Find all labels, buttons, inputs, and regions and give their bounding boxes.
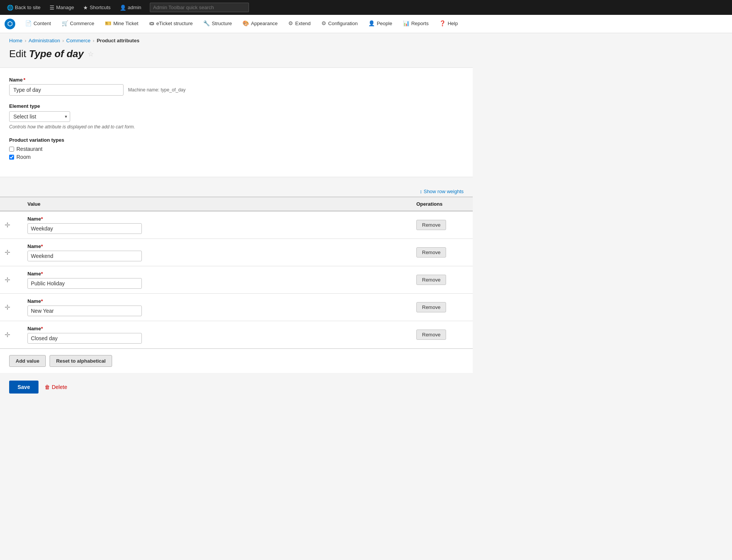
nav-item-commerce[interactable]: 🛒 Commerce xyxy=(56,15,100,33)
remove-button-3[interactable]: Remove xyxy=(416,302,446,312)
remove-button-0[interactable]: Remove xyxy=(416,220,446,230)
restaurant-checkbox[interactable] xyxy=(9,147,14,152)
content-container: Home › Administration › Commerce › Produ… xyxy=(0,33,473,401)
breadcrumb-sep-3: › xyxy=(93,38,94,43)
breadcrumb-administration[interactable]: Administration xyxy=(29,38,60,43)
save-button[interactable]: Save xyxy=(9,381,39,394)
nav-item-reports[interactable]: 📊 Reports xyxy=(398,15,434,33)
nav-item-extend[interactable]: ⚙ Extend xyxy=(283,15,316,33)
name-field-group: Name* Machine name: type_of_day xyxy=(9,77,464,96)
name-cell-1: Name* xyxy=(23,239,412,266)
element-hint-text: Controls how the attribute is displayed … xyxy=(9,124,464,130)
row-required-2: * xyxy=(41,271,43,277)
ops-cell-4: Remove xyxy=(412,321,473,349)
site-logo[interactable]: ⬡ xyxy=(3,17,17,31)
breadcrumb-home[interactable]: Home xyxy=(9,38,22,43)
table-row: ✛ Name* Remove xyxy=(0,321,473,349)
show-row-weights-area: ↕ Show row weights xyxy=(0,186,473,197)
delete-link[interactable]: 🗑 Delete xyxy=(45,384,67,390)
element-type-field-group: Element type Select list ▾ Controls how … xyxy=(9,103,464,130)
admin-search-input[interactable] xyxy=(150,3,249,12)
back-to-site-button[interactable]: 🌐 Back to site xyxy=(3,2,44,13)
element-type-select[interactable]: Select list xyxy=(9,111,70,122)
nav-item-people[interactable]: 👤 People xyxy=(363,15,397,33)
values-table: Value Operations ✛ Name* Remove ✛ xyxy=(0,197,473,349)
show-row-weights-link[interactable]: ↕ Show row weights xyxy=(0,189,464,194)
table-row: ✛ Name* Remove xyxy=(0,239,473,266)
drag-handle-icon[interactable]: ✛ xyxy=(5,221,10,229)
breadcrumb-current: Product attributes xyxy=(97,38,140,43)
values-table-section: ↕ Show row weights Value Operations ✛ xyxy=(0,186,473,373)
commerce-nav-icon: 🛒 xyxy=(62,20,68,26)
restaurant-checkbox-label[interactable]: Restaurant xyxy=(16,146,42,152)
row-name-input-4[interactable] xyxy=(27,333,142,344)
remove-button-4[interactable]: Remove xyxy=(416,330,446,340)
element-type-select-wrapper: Select list ▾ xyxy=(9,111,70,122)
nav-items: 📄 Content 🛒 Commerce 🎫 Mine Ticket 🎟 eTi… xyxy=(20,15,463,33)
nav-item-mine-ticket[interactable]: 🎫 Mine Ticket xyxy=(100,15,144,33)
page-title-area: Edit Type of day ☆ xyxy=(0,43,473,67)
admin-user-button[interactable]: 👤 admin xyxy=(116,2,145,13)
table-row: ✛ Name* Remove xyxy=(0,266,473,294)
mine-ticket-nav-icon: 🎫 xyxy=(105,20,111,26)
drag-handle-icon[interactable]: ✛ xyxy=(5,331,10,339)
drag-cell-1: ✛ xyxy=(0,239,23,266)
table-row: ✛ Name* Remove xyxy=(0,294,473,321)
reset-alphabetical-button[interactable]: Reset to alphabetical xyxy=(50,355,112,367)
nav-item-configuration[interactable]: ⚙ Configuration xyxy=(316,15,363,33)
remove-button-2[interactable]: Remove xyxy=(416,275,446,285)
nav-item-structure[interactable]: 🔧 Structure xyxy=(198,15,237,33)
restaurant-checkbox-row: Restaurant xyxy=(9,146,464,152)
name-input[interactable] xyxy=(9,84,124,96)
table-action-buttons: Add value Reset to alphabetical xyxy=(0,349,473,373)
drag-handle-icon[interactable]: ✛ xyxy=(5,303,10,312)
row-name-input-3[interactable] xyxy=(27,306,142,316)
drag-handle-icon[interactable]: ✛ xyxy=(5,276,10,284)
shortcuts-button[interactable]: ★ Shortcuts xyxy=(79,2,114,13)
nav-item-eticket-structure[interactable]: 🎟 eTicket structure xyxy=(144,15,198,33)
row-name-label-2: Name* xyxy=(27,271,407,277)
manage-menu-button[interactable]: ☰ Manage xyxy=(46,2,78,13)
name-cell-2: Name* xyxy=(23,266,412,294)
name-cell-4: Name* xyxy=(23,321,412,349)
manage-icon: ☰ xyxy=(50,5,55,11)
add-value-button[interactable]: Add value xyxy=(9,355,46,367)
row-required-1: * xyxy=(41,243,43,249)
room-checkbox-label[interactable]: Room xyxy=(16,154,30,160)
name-row: Machine name: type_of_day xyxy=(9,84,464,96)
ops-cell-0: Remove xyxy=(412,211,473,239)
bookmark-star-icon[interactable]: ☆ xyxy=(88,50,94,58)
table-body: ✛ Name* Remove ✛ Name* Remo xyxy=(0,211,473,349)
nav-item-appearance[interactable]: 🎨 Appearance xyxy=(237,15,283,33)
ops-cell-3: Remove xyxy=(412,294,473,321)
user-icon: 👤 xyxy=(120,5,126,11)
variation-types-field-group: Product variation types Restaurant Room xyxy=(9,137,464,160)
row-name-input-1[interactable] xyxy=(27,251,142,261)
reports-nav-icon: 📊 xyxy=(403,20,409,26)
nav-item-help[interactable]: ❓ Help xyxy=(434,15,463,33)
ops-cell-1: Remove xyxy=(412,239,473,266)
name-required-indicator: * xyxy=(23,77,25,83)
row-required-0: * xyxy=(41,216,43,222)
appearance-nav-icon: 🎨 xyxy=(242,20,249,26)
row-required-3: * xyxy=(41,298,43,304)
table-row: ✛ Name* Remove xyxy=(0,211,473,239)
drag-cell-3: ✛ xyxy=(0,294,23,321)
weights-icon: ↕ xyxy=(420,189,422,194)
breadcrumb-commerce[interactable]: Commerce xyxy=(66,38,91,43)
remove-button-1[interactable]: Remove xyxy=(416,247,446,258)
row-name-label-0: Name* xyxy=(27,216,407,222)
nav-item-content[interactable]: 📄 Content xyxy=(20,15,56,33)
config-nav-icon: ⚙ xyxy=(321,20,326,26)
table-header: Value Operations xyxy=(0,197,473,211)
machine-name-label: Machine name: type_of_day xyxy=(128,87,186,93)
back-icon: 🌐 xyxy=(7,5,13,11)
page-wrapper: Home › Administration › Commerce › Produ… xyxy=(0,33,732,560)
room-checkbox[interactable] xyxy=(9,155,14,160)
drag-cell-2: ✛ xyxy=(0,266,23,294)
breadcrumb-sep-1: › xyxy=(25,38,26,43)
row-name-input-2[interactable] xyxy=(27,278,142,289)
row-name-input-0[interactable] xyxy=(27,223,142,234)
trash-icon: 🗑 xyxy=(45,384,50,390)
drag-handle-icon[interactable]: ✛ xyxy=(5,248,10,257)
